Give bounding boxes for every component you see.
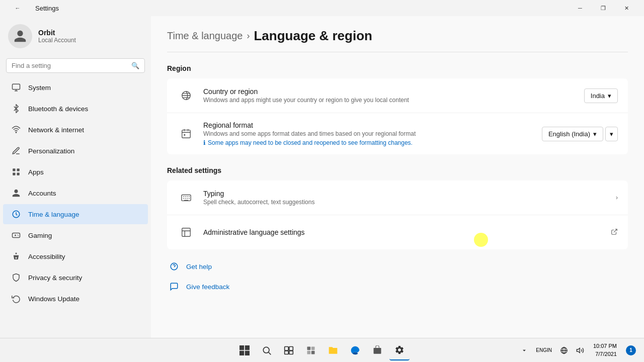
svg-line-28	[269, 352, 271, 354]
system-clock[interactable]: 10:07 PM 7/7/2021	[590, 340, 620, 360]
country-title: Country or region	[203, 87, 576, 96]
svg-point-27	[263, 347, 269, 353]
user-name: Orbit	[38, 29, 76, 37]
regional-format-row[interactable]: Regional format Windows and some apps fo…	[167, 113, 628, 154]
give-feedback-link[interactable]: Give feedback	[167, 280, 628, 294]
sidebar-item-network[interactable]: Network & internet	[3, 120, 148, 140]
typing-row[interactable]: Typing Spell check, autocorrect, text su…	[167, 180, 628, 215]
sidebar-item-system[interactable]: System	[3, 77, 148, 98]
network-icon	[11, 125, 21, 135]
regional-action: English (India) ▾ ▾	[542, 127, 618, 141]
svg-point-14	[16, 253, 17, 254]
top-divider	[167, 52, 628, 52]
minimize-button[interactable]: ─	[569, 0, 592, 16]
privacy-icon	[11, 273, 21, 283]
get-help-link[interactable]: Get help	[167, 259, 628, 274]
edge-button[interactable]	[345, 340, 365, 360]
country-region-row[interactable]: Country or region Windows and apps might…	[167, 78, 628, 113]
svg-line-24	[614, 229, 617, 232]
time-icon	[11, 209, 21, 219]
search-box[interactable]: 🔍	[6, 58, 145, 73]
svg-rect-35	[307, 350, 311, 354]
sidebar-item-bluetooth[interactable]: Bluetooth & devices	[3, 99, 148, 119]
regional-dropdown[interactable]: English (India) ▾	[542, 127, 603, 141]
clock-date: 7/7/2021	[593, 350, 617, 358]
settings-taskbar-button[interactable]	[389, 340, 410, 360]
regional-value: English (India)	[548, 130, 590, 138]
accounts-icon	[11, 188, 21, 198]
typing-title: Typing	[203, 190, 608, 198]
sidebar-item-time[interactable]: Time & language	[3, 204, 148, 224]
svg-rect-32	[289, 350, 293, 354]
svg-rect-36	[311, 350, 315, 354]
get-help-icon	[167, 259, 181, 274]
typing-desc: Spell check, autocorrect, text suggestio…	[203, 199, 608, 206]
sidebar-item-accounts[interactable]: Accounts	[3, 183, 148, 203]
tray-expand[interactable]	[519, 345, 530, 356]
sidebar-item-update[interactable]: Windows Update	[3, 289, 148, 309]
sidebar-label-privacy: Privacy & security	[28, 274, 82, 282]
sidebar-item-privacy[interactable]: Privacy & security	[3, 267, 148, 288]
country-value: India	[591, 92, 605, 100]
country-text: Country or region Windows and apps might…	[203, 87, 576, 104]
svg-rect-31	[285, 350, 289, 354]
taskbar: ENG IN 10:07 PM 7/7/2021 1	[0, 338, 644, 362]
svg-rect-37	[374, 348, 381, 354]
country-action: India ▾	[584, 88, 618, 103]
info-icon: ℹ	[203, 139, 206, 146]
sidebar-item-gaming[interactable]: Gaming	[3, 225, 148, 245]
breadcrumb-current: Language & region	[254, 28, 372, 44]
get-help-label: Get help	[186, 263, 212, 270]
main-panel: Time & language › Language & region Regi…	[151, 16, 644, 338]
svg-point-12	[18, 235, 18, 235]
sidebar-label-system: System	[28, 84, 51, 92]
admin-lang-icon	[177, 223, 195, 241]
notification-button[interactable]: 1	[624, 343, 638, 357]
start-button[interactable]	[234, 340, 255, 360]
help-links: Get help Give feedback	[151, 251, 644, 302]
sidebar-label-time: Time & language	[28, 211, 79, 218]
sidebar-label-accounts: Accounts	[28, 190, 56, 197]
tray-globe[interactable]	[558, 344, 570, 356]
search-taskbar-button[interactable]	[257, 340, 277, 360]
user-account-type: Local Account	[38, 37, 76, 44]
apps-icon	[11, 167, 21, 177]
country-dropdown[interactable]: India ▾	[584, 88, 618, 103]
explorer-button[interactable]	[323, 340, 343, 360]
sidebar-item-personalization[interactable]: Personalization	[3, 141, 148, 161]
widgets-button[interactable]	[301, 340, 321, 360]
sidebar-label-accessibility: Accessibility	[28, 253, 65, 260]
breadcrumb-separator: ›	[247, 31, 250, 41]
regional-desc: Windows and some apps format dates and t…	[203, 130, 534, 137]
dropdown-chevron: ▾	[608, 92, 611, 100]
user-profile[interactable]: Orbit Local Account	[0, 16, 151, 56]
tray-language[interactable]: ENG IN	[534, 345, 554, 355]
svg-rect-30	[289, 346, 293, 350]
sidebar-item-apps[interactable]: Apps	[3, 162, 148, 182]
admin-lang-text: Administrative language settings	[203, 228, 603, 236]
sidebar-label-update: Windows Update	[28, 295, 79, 303]
system-icon	[11, 82, 21, 93]
sidebar-label-network: Network & internet	[28, 126, 84, 134]
tray-sound[interactable]	[574, 344, 586, 356]
svg-rect-29	[285, 346, 289, 350]
user-info: Orbit Local Account	[38, 29, 76, 44]
back-button[interactable]: ←	[6, 0, 29, 16]
admin-lang-row[interactable]: Administrative language settings	[167, 215, 628, 249]
close-button[interactable]: ✕	[615, 0, 638, 16]
sidebar-item-accessibility[interactable]: Accessibility	[3, 246, 148, 266]
sidebar-label-bluetooth: Bluetooth & devices	[28, 105, 88, 113]
regional-expand-btn[interactable]: ▾	[605, 127, 618, 141]
store-button[interactable]	[367, 340, 387, 360]
feedback-label: Give feedback	[186, 283, 229, 291]
related-section-label: Related settings	[151, 162, 644, 180]
search-input[interactable]	[12, 62, 127, 69]
breadcrumb-parent[interactable]: Time & language	[167, 30, 243, 42]
update-icon	[11, 294, 21, 304]
maximize-button[interactable]: ❐	[592, 0, 615, 16]
taskview-button[interactable]	[279, 340, 299, 360]
svg-rect-34	[311, 346, 315, 350]
region-card: Country or region Windows and apps might…	[167, 78, 628, 154]
gaming-icon	[11, 230, 21, 240]
breadcrumb: Time & language › Language & region	[151, 16, 644, 52]
